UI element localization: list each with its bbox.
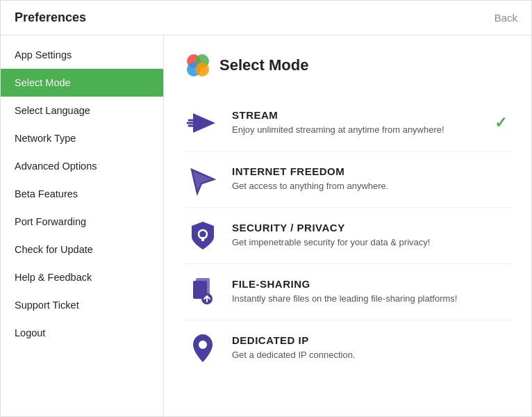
mode-name-file-sharing: FILE-SHARING	[232, 278, 510, 290]
sidebar: App SettingsSelect ModeSelect LanguageNe…	[1, 35, 164, 416]
mode-desc-stream: Enjoy unlimited streaming at anytime fro…	[232, 124, 484, 136]
mode-name-internet-freedom: INTERNET FREEDOM	[232, 165, 510, 177]
sidebar-item-beta-features[interactable]: Beta Features	[1, 180, 163, 208]
mode-list: STREAMEnjoy unlimited streaming at anyti…	[185, 95, 510, 376]
filesharing-icon	[185, 274, 221, 310]
stream-icon	[185, 105, 221, 141]
svg-rect-11	[201, 237, 204, 241]
svg-marker-9	[192, 170, 214, 193]
svg-marker-4	[193, 113, 215, 133]
mode-item-stream[interactable]: STREAMEnjoy unlimited streaming at anyti…	[185, 95, 510, 152]
mode-desc-file-sharing: Instantly share files on the leading fil…	[232, 293, 510, 305]
sidebar-item-select-language[interactable]: Select Language	[1, 97, 163, 124]
back-button[interactable]: Back	[494, 12, 517, 24]
mode-item-dedicated-ip[interactable]: DEDICATED IPGet a dedicated IP connectio…	[185, 320, 510, 376]
mode-item-file-sharing[interactable]: FILE-SHARINGInstantly share files on the…	[185, 264, 510, 320]
section-title: Select Mode	[219, 56, 308, 74]
body: App SettingsSelect ModeSelect LanguageNe…	[1, 35, 531, 416]
sidebar-item-support-ticket[interactable]: Support Ticket	[1, 291, 163, 319]
mode-selected-check: ✓	[491, 113, 510, 133]
sidebar-item-help-feedback[interactable]: Help & Feedback	[1, 263, 163, 291]
sidebar-item-advanced-options[interactable]: Advanced Options	[1, 152, 163, 180]
logo-icon	[185, 52, 211, 79]
mode-text-internet-freedom: INTERNET FREEDOMGet access to anything f…	[232, 165, 510, 193]
sidebar-item-network-type[interactable]: Network Type	[1, 124, 163, 152]
svg-point-3	[195, 63, 209, 76]
sidebar-item-logout[interactable]: Logout	[1, 319, 163, 347]
mode-desc-security-privacy: Get impenetrable security for your data …	[232, 236, 510, 249]
sidebar-item-port-forwarding[interactable]: Port Forwarding	[1, 208, 163, 236]
sidebar-item-app-settings[interactable]: App Settings	[1, 41, 163, 69]
sidebar-item-select-mode[interactable]: Select Mode	[1, 69, 163, 97]
mode-desc-internet-freedom: Get access to anything from anywhere.	[232, 180, 510, 193]
mode-item-internet-freedom[interactable]: INTERNET FREEDOMGet access to anything f…	[185, 152, 510, 208]
mode-text-security-privacy: SECURITY / PRIVACYGet impenetrable secur…	[232, 222, 510, 249]
mode-text-dedicated-ip: DEDICATED IPGet a dedicated IP connectio…	[232, 334, 510, 361]
mode-name-dedicated-ip: DEDICATED IP	[232, 334, 510, 346]
freedom-icon	[185, 161, 221, 197]
header: Preferences Back	[1, 1, 531, 35]
mode-text-stream: STREAMEnjoy unlimited streaming at anyti…	[232, 109, 484, 136]
svg-point-15	[199, 341, 207, 349]
main-content: Select Mode STREAMEnjoy unlimited stream…	[164, 35, 531, 416]
mode-item-security-privacy[interactable]: SECURITY / PRIVACYGet impenetrable secur…	[185, 208, 510, 264]
mode-name-security-privacy: SECURITY / PRIVACY	[232, 222, 510, 234]
mode-name-stream: STREAM	[232, 109, 484, 121]
dedicatedip-icon	[185, 330, 221, 366]
header-title: Preferences	[15, 10, 86, 25]
app-container: Preferences Back App SettingsSelect Mode…	[0, 0, 532, 417]
mode-desc-dedicated-ip: Get a dedicated IP connection.	[232, 349, 510, 361]
sidebar-item-check-for-update[interactable]: Check for Update	[1, 236, 163, 263]
mode-text-file-sharing: FILE-SHARINGInstantly share files on the…	[232, 278, 510, 305]
security-icon	[185, 218, 221, 254]
section-header: Select Mode	[185, 52, 510, 79]
